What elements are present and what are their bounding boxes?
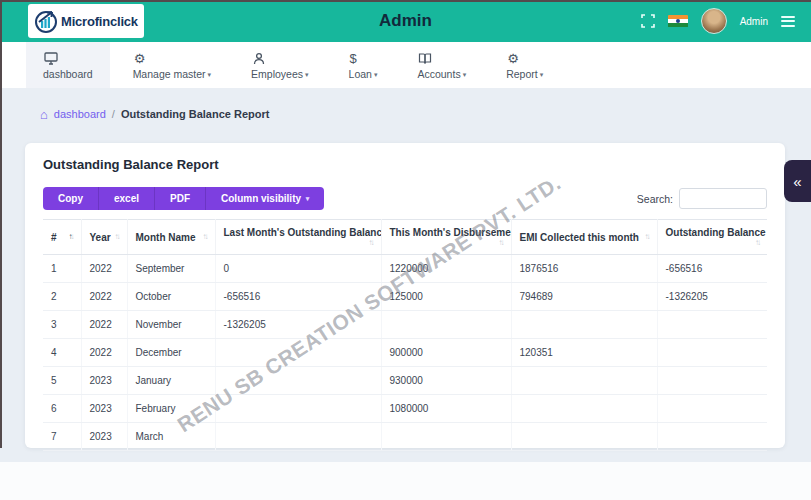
column-header-this-month-disbursement[interactable]: This Month's Disbursement↑↓ — [381, 220, 511, 255]
cell-year: 2023 — [81, 423, 127, 451]
cell-emi-collected — [511, 311, 657, 339]
breadcrumb-dashboard-link[interactable]: dashboard — [54, 108, 106, 120]
cell-index: 6 — [43, 395, 81, 423]
monitor-icon — [44, 51, 58, 66]
sort-icon: ↑↓ — [69, 232, 75, 241]
user-name[interactable]: Admin — [740, 16, 768, 27]
main-nav: dashboard ⚙ Manage master▾ Employees▾ $ … — [0, 42, 811, 88]
cell-last-month-balance — [215, 395, 381, 423]
chevron-down-icon: ▾ — [306, 195, 310, 202]
cell-last-month-balance — [215, 367, 381, 395]
column-header-last-month-outstanding[interactable]: Last Month's Outstanding Balance↑↓ — [215, 220, 381, 255]
nav-label: Loan▾ — [349, 68, 378, 80]
cell-emi-collected — [511, 367, 657, 395]
user-avatar[interactable] — [701, 8, 727, 34]
excel-button[interactable]: excel — [99, 187, 155, 210]
settings-panel-toggle[interactable]: « — [784, 160, 811, 202]
sort-icon: ↑↓ — [755, 238, 761, 247]
sort-icon: ↑↓ — [499, 238, 505, 247]
cell-last-month-balance — [215, 423, 381, 451]
breadcrumb-separator: / — [112, 108, 115, 120]
cell-month: January — [127, 367, 215, 395]
table-toolbar: Copy excel PDF Column visibility ▾ Searc… — [43, 187, 767, 210]
cell-emi-collected: 1876516 — [511, 255, 657, 283]
cell-index: 4 — [43, 339, 81, 367]
cell-month: October — [127, 283, 215, 311]
cell-last-month-balance — [215, 339, 381, 367]
cell-disbursement: 1080000 — [381, 395, 511, 423]
cell-disbursement: 1220000 — [381, 255, 511, 283]
cell-year: 2022 — [81, 339, 127, 367]
cell-outstanding — [657, 339, 767, 367]
cell-disbursement: 125000 — [381, 283, 511, 311]
column-header-index[interactable]: #↑↓ — [43, 220, 81, 255]
book-icon — [418, 51, 432, 66]
chevron-down-icon: ▾ — [305, 71, 309, 78]
fullscreen-icon[interactable] — [641, 14, 655, 28]
cell-month: February — [127, 395, 215, 423]
cell-month: September — [127, 255, 215, 283]
copy-button[interactable]: Copy — [43, 187, 99, 210]
chevron-down-icon: ▾ — [463, 71, 467, 78]
top-bar: Microfinclick Admin Admin — [0, 0, 811, 42]
cell-disbursement — [381, 423, 511, 451]
column-header-month-name[interactable]: Month Name↑↓ — [127, 220, 215, 255]
column-visibility-button[interactable]: Column visibility ▾ — [206, 187, 324, 210]
cell-outstanding — [657, 367, 767, 395]
outstanding-balance-table: #↑↓ Year↑↓ Month Name↑↓ Last Month's Out… — [43, 219, 767, 451]
cell-index: 1 — [43, 255, 81, 283]
cell-emi-collected — [511, 395, 657, 423]
nav-label: dashboard — [43, 68, 93, 80]
cell-outstanding: -1326205 — [657, 283, 767, 311]
window-edge — [0, 0, 2, 448]
sort-icon: ↑↓ — [115, 232, 121, 241]
table-header-row: #↑↓ Year↑↓ Month Name↑↓ Last Month's Out… — [43, 220, 767, 255]
breadcrumb-current: Outstanding Balance Report — [121, 108, 270, 120]
table-row: 12022September012200001876516-656516 — [43, 255, 767, 283]
sort-icon: ↑↓ — [203, 232, 209, 241]
table-row: 52023January930000 — [43, 367, 767, 395]
table-row: 32022November-1326205 — [43, 311, 767, 339]
cell-emi-collected: 794689 — [511, 283, 657, 311]
pdf-button[interactable]: PDF — [155, 187, 206, 210]
cell-last-month-balance: -1326205 — [215, 311, 381, 339]
nav-item-manage-master[interactable]: ⚙ Manage master▾ — [116, 42, 228, 88]
cell-year: 2022 — [81, 311, 127, 339]
gear-icon: ⚙ — [507, 51, 519, 66]
cell-year: 2023 — [81, 367, 127, 395]
search-input[interactable] — [679, 188, 767, 209]
nav-label: Employees▾ — [251, 68, 308, 80]
screen: Microfinclick Admin Admin dashboard ⚙ Ma… — [0, 0, 811, 500]
cell-year: 2023 — [81, 395, 127, 423]
cell-last-month-balance: 0 — [215, 255, 381, 283]
bottom-strip — [0, 462, 811, 500]
nav-item-accounts[interactable]: Accounts▾ — [400, 42, 483, 88]
column-header-year[interactable]: Year↑↓ — [81, 220, 127, 255]
table-row: 22022October-656516125000794689-1326205 — [43, 283, 767, 311]
cell-index: 2 — [43, 283, 81, 311]
cell-emi-collected: 120351 — [511, 339, 657, 367]
cell-disbursement — [381, 311, 511, 339]
cell-month: December — [127, 339, 215, 367]
india-flag-icon[interactable] — [668, 15, 688, 28]
nav-item-dashboard[interactable]: dashboard — [26, 42, 110, 88]
table-row: 62023February1080000 — [43, 395, 767, 423]
nav-item-report[interactable]: ⚙ Report▾ — [489, 42, 560, 88]
content-area: ⌂ dashboard / Outstanding Balance Report… — [0, 88, 811, 500]
sort-icon: ↑↓ — [645, 232, 651, 241]
column-header-emi-collected[interactable]: EMI Collected this month↑↓ — [511, 220, 657, 255]
cell-outstanding — [657, 395, 767, 423]
cell-outstanding — [657, 311, 767, 339]
chevron-down-icon: ▾ — [374, 71, 378, 78]
cell-outstanding — [657, 423, 767, 451]
nav-item-loan[interactable]: $ Loan▾ — [332, 42, 395, 88]
breadcrumb: ⌂ dashboard / Outstanding Balance Report — [40, 108, 269, 120]
nav-item-employees[interactable]: Employees▾ — [234, 42, 325, 88]
report-card: Outstanding Balance Report Copy excel PD… — [25, 143, 785, 448]
person-icon — [252, 51, 266, 66]
search-label: Search: — [637, 193, 673, 205]
table-row: 42022December900000120351 — [43, 339, 767, 367]
menu-icon[interactable] — [781, 16, 795, 27]
sort-icon: ↑↓ — [369, 238, 375, 247]
column-header-outstanding-balance[interactable]: Outstanding Balance↑↓ — [657, 220, 767, 255]
